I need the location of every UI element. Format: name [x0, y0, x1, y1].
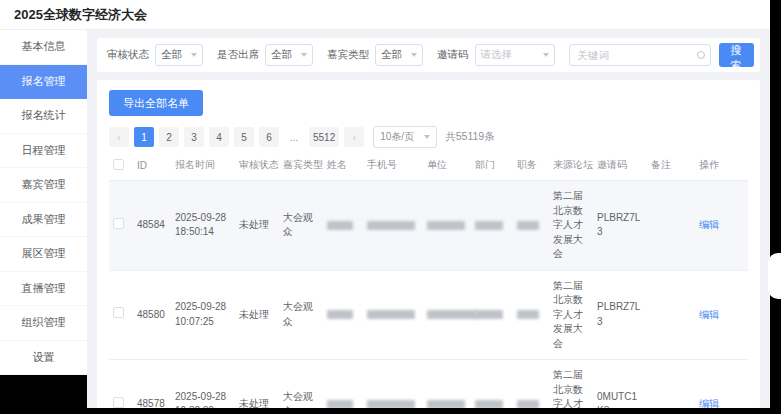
cell-forum: 第二届北京数字人才发展大会 — [549, 360, 593, 409]
invite-code-placeholder: 请选择 — [481, 48, 513, 62]
sidebar-item-schedule-management[interactable]: 日程管理 — [0, 134, 87, 169]
col-status: 审核状态 — [235, 150, 279, 181]
filter-guest-type: 嘉宾类型 全部 — [327, 44, 423, 66]
redacted-phone — [367, 400, 415, 408]
search-button[interactable]: 搜索 — [719, 43, 754, 67]
audit-status-value: 全部 — [161, 48, 182, 62]
redacted-position — [517, 310, 539, 319]
chevron-down-icon — [301, 53, 307, 57]
cell-status: 未处理 — [235, 360, 279, 409]
attendance-select[interactable]: 全部 — [265, 44, 313, 66]
redacted-unit — [427, 400, 465, 408]
table-header-row: ID 报名时间 审核状态 嘉宾类型 姓名 手机号 单位 部门 职务 来源论坛 邀… — [109, 150, 748, 181]
next-page-button[interactable]: › — [344, 127, 364, 147]
redacted-dept — [475, 221, 503, 230]
sidebar-item-organization-management[interactable]: 组织管理 — [0, 306, 87, 341]
chevron-down-icon — [411, 53, 417, 57]
edit-link[interactable]: 编辑 — [699, 219, 719, 230]
col-action: 操作 — [695, 150, 748, 181]
page-size-select[interactable]: 10条/页 — [373, 126, 437, 148]
filter-bar: 审核状态 全部 是否出席 全部 嘉宾类型 全部 邀请码 请选择 — [97, 38, 760, 72]
page-button-1[interactable]: 1 — [134, 127, 154, 147]
row-checkbox[interactable] — [113, 307, 124, 318]
cell-code: PLBRZ7L3 — [593, 181, 647, 271]
cell-id: 48578 — [133, 360, 171, 409]
select-all-cell — [109, 150, 133, 181]
filter-attendance: 是否出席 全部 — [217, 44, 313, 66]
redacted-name — [327, 221, 353, 230]
attendance-value: 全部 — [271, 48, 292, 62]
filter-audit-status: 审核状态 全部 — [107, 44, 203, 66]
table-row: 48584 2025-09-28 18:50:14 未处理 大会观众 第二届北京… — [109, 181, 748, 271]
table-row: 48580 2025-09-28 10:07:25 未处理 大会观众 第二届北京… — [109, 270, 748, 360]
cell-type: 大会观众 — [279, 270, 323, 360]
col-id: ID — [133, 150, 171, 181]
page-button-last[interactable]: 5512 — [309, 127, 339, 147]
sidebar-item-exhibition-management[interactable]: 展区管理 — [0, 237, 87, 272]
cell-forum: 第二届北京数字人才发展大会 — [549, 181, 593, 271]
sidebar-item-guest-management[interactable]: 嘉宾管理 — [0, 168, 87, 203]
redacted-dept — [475, 310, 503, 319]
keyword-input[interactable] — [569, 44, 711, 66]
sidebar-item-results-management[interactable]: 成果管理 — [0, 203, 87, 238]
keyword-field-wrap — [569, 44, 711, 66]
row-checkbox[interactable] — [113, 397, 124, 408]
cell-type: 大会观众 — [279, 181, 323, 271]
sidebar: 基本信息 报名管理 报名统计 日程管理 嘉宾管理 成果管理 展区管理 直播管理 … — [0, 30, 87, 375]
col-remark: 备注 — [647, 150, 695, 181]
cell-id: 48580 — [133, 270, 171, 360]
pagination: ‹ 1 2 3 4 5 6 ... 5512 › 10条/页 共55119条 — [109, 126, 748, 148]
redacted-position — [517, 400, 539, 408]
page-size-value: 10条/页 — [380, 130, 414, 144]
main-content: 审核状态 全部 是否出席 全部 嘉宾类型 全部 邀请码 请选择 — [87, 30, 770, 408]
search-icon — [697, 51, 705, 59]
cell-time: 2025-09-28 18:50:14 — [171, 181, 235, 271]
audit-status-label: 审核状态 — [107, 48, 149, 62]
cell-type: 大会观众 — [279, 360, 323, 409]
table-card: 导出全部名单 ‹ 1 2 3 4 5 6 ... 5512 › 10条/页 共5… — [97, 80, 760, 408]
page-button-4[interactable]: 4 — [209, 127, 229, 147]
sidebar-item-live-management[interactable]: 直播管理 — [0, 272, 87, 307]
sidebar-item-basic-info[interactable]: 基本信息 — [0, 30, 87, 65]
redacted-unit — [427, 221, 465, 230]
invite-code-select[interactable]: 请选择 — [475, 44, 555, 66]
cell-forum: 第二届北京数字人才发展大会 — [549, 270, 593, 360]
sidebar-item-registration-management[interactable]: 报名管理 — [0, 65, 87, 100]
cell-remark — [647, 360, 695, 409]
cell-code: PLBRZ7L3 — [593, 270, 647, 360]
cell-remark — [647, 270, 695, 360]
guest-type-select[interactable]: 全部 — [375, 44, 423, 66]
col-unit: 单位 — [423, 150, 471, 181]
col-name: 姓名 — [323, 150, 363, 181]
edit-link[interactable]: 编辑 — [699, 309, 719, 320]
page-button-2[interactable]: 2 — [159, 127, 179, 147]
sidebar-item-settings[interactable]: 设置 — [0, 341, 87, 376]
redacted-unit — [427, 310, 477, 319]
chevron-down-icon — [543, 53, 549, 57]
registration-table: ID 报名时间 审核状态 嘉宾类型 姓名 手机号 单位 部门 职务 来源论坛 邀… — [109, 150, 748, 408]
page-button-6[interactable]: 6 — [259, 127, 279, 147]
row-checkbox[interactable] — [113, 218, 124, 229]
page-button-5[interactable]: 5 — [234, 127, 254, 147]
cell-remark — [647, 181, 695, 271]
col-phone: 手机号 — [363, 150, 423, 181]
select-all-checkbox[interactable] — [113, 159, 124, 170]
col-code: 邀请码 — [593, 150, 647, 181]
cell-time: 2025-09-28 10:07:25 — [171, 270, 235, 360]
col-time: 报名时间 — [171, 150, 235, 181]
invite-code-label: 邀请码 — [437, 48, 469, 62]
table-row: 48578 2025-09-28 10:32:30 未处理 大会观众 第二届北京… — [109, 360, 748, 409]
cell-status: 未处理 — [235, 181, 279, 271]
floating-panel-handle[interactable] — [768, 253, 781, 299]
cell-id: 48584 — [133, 181, 171, 271]
redacted-phone — [367, 221, 415, 230]
audit-status-select[interactable]: 全部 — [155, 44, 203, 66]
title-bar: 2025全球数字经济大会 — [0, 0, 770, 30]
export-all-button[interactable]: 导出全部名单 — [109, 90, 203, 116]
sidebar-item-registration-stats[interactable]: 报名统计 — [0, 99, 87, 134]
edit-link[interactable]: 编辑 — [699, 398, 719, 408]
chevron-down-icon — [424, 135, 430, 139]
redacted-phone — [367, 310, 415, 319]
prev-page-button[interactable]: ‹ — [109, 127, 129, 147]
page-button-3[interactable]: 3 — [184, 127, 204, 147]
